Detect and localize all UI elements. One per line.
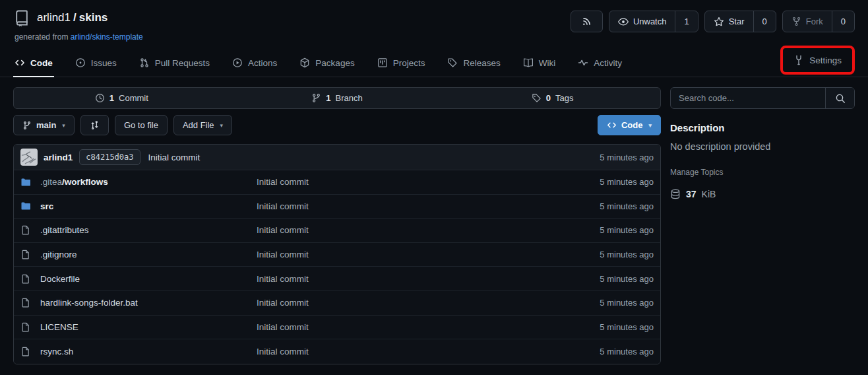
- tab-wiki[interactable]: Wiki: [522, 49, 557, 77]
- tab-issues[interactable]: Issues: [74, 49, 118, 77]
- commits-count: 1: [109, 93, 114, 103]
- chevron-down-icon: ▾: [648, 122, 652, 129]
- settings-annotation-box: Settings: [780, 46, 855, 75]
- repo-size: 37 KiB: [670, 189, 855, 199]
- file-commit-message[interactable]: Initial commit: [257, 250, 568, 259]
- table-row: .gitea/workflows Initial commit 5 minute…: [14, 170, 660, 195]
- commit-message[interactable]: Initial commit: [148, 153, 201, 162]
- file-link[interactable]: rsync.sh: [40, 347, 257, 357]
- fork-button[interactable]: Fork: [783, 11, 832, 32]
- manage-topics-link[interactable]: Manage Topics: [670, 168, 855, 177]
- search-button[interactable]: [825, 88, 854, 108]
- commit-time: 5 minutes ago: [600, 153, 654, 162]
- file-link[interactable]: Dockerfile: [40, 274, 257, 284]
- watchers-count[interactable]: 1: [675, 11, 697, 32]
- code-search-box: [670, 87, 855, 109]
- file-link[interactable]: .gitignore: [40, 250, 257, 259]
- table-row: .gitattributes Initial commit 5 minutes …: [14, 219, 660, 243]
- file-commit-message[interactable]: Initial commit: [257, 347, 568, 357]
- file-icon: [20, 274, 30, 284]
- size-value: 37: [686, 189, 697, 199]
- file-base: LICENSE: [40, 322, 78, 332]
- branch-icon: [311, 93, 321, 103]
- main-content: 1 Commit 1 Branch 0: [0, 77, 868, 364]
- go-to-file-label: Go to file: [124, 120, 158, 130]
- tab-pull-requests[interactable]: Pull Requests: [138, 49, 211, 77]
- branch-selector[interactable]: main ▾: [13, 115, 75, 135]
- go-to-file-button[interactable]: Go to file: [115, 115, 168, 135]
- description-title: Description: [670, 122, 855, 133]
- compare-button[interactable]: [80, 115, 109, 135]
- watch-button-group: Unwatch 1: [609, 11, 698, 32]
- avatar[interactable]: [20, 149, 38, 166]
- add-file-label: Add File: [183, 120, 214, 130]
- unwatch-label: Unwatch: [633, 17, 667, 26]
- file-commit-message[interactable]: Initial commit: [257, 274, 568, 284]
- file-link[interactable]: src: [40, 201, 257, 211]
- tag-icon: [532, 93, 542, 103]
- file-link[interactable]: .gitattributes: [40, 225, 257, 235]
- repo-name-link[interactable]: skins: [79, 11, 108, 24]
- file-commit-message[interactable]: Initial commit: [257, 177, 568, 187]
- table-row: hardlink-songs-folder.bat Initial commit…: [14, 291, 660, 316]
- code-download-button[interactable]: Code ▾: [598, 115, 661, 135]
- page-title: arlind1/skins: [37, 11, 108, 24]
- forks-count[interactable]: 0: [832, 11, 854, 32]
- file-commit-message[interactable]: Initial commit: [257, 201, 568, 211]
- repo-header: arlind1/skins generated from arlind/skin…: [0, 0, 868, 42]
- file-base: src: [40, 201, 53, 211]
- repo-owner-link[interactable]: arlind1: [37, 11, 71, 24]
- file-link[interactable]: hardlink-songs-folder.bat: [40, 298, 257, 308]
- tab-packages[interactable]: Packages: [298, 49, 356, 77]
- branches-stat[interactable]: 1 Branch: [230, 88, 445, 108]
- tab-code[interactable]: Code: [13, 49, 54, 77]
- branches-label: Branch: [336, 93, 363, 103]
- file-base: rsync.sh: [40, 347, 73, 357]
- code-icon: [15, 57, 25, 68]
- commit-author[interactable]: arlind1: [44, 153, 73, 162]
- settings-tool-icon: [793, 55, 804, 65]
- star-icon: [714, 17, 724, 27]
- code-button-label: Code: [621, 120, 643, 130]
- star-label: Star: [729, 17, 745, 26]
- template-repo-link[interactable]: arlind/skins-template: [71, 32, 143, 42]
- tab-actions[interactable]: Actions: [231, 49, 278, 77]
- file-link[interactable]: .gitea/workflows: [40, 177, 257, 187]
- title-separator: /: [73, 11, 77, 24]
- file-commit-time: 5 minutes ago: [568, 274, 654, 284]
- table-row: src Initial commit 5 minutes ago: [14, 195, 660, 219]
- commit-hash-badge[interactable]: c84215d0a3: [79, 149, 140, 165]
- add-file-button[interactable]: Add File ▾: [173, 115, 232, 135]
- star-button[interactable]: Star: [705, 11, 753, 32]
- package-icon: [299, 57, 310, 68]
- tab-issues-label: Issues: [91, 58, 117, 68]
- tab-settings-label: Settings: [809, 55, 842, 65]
- tab-projects[interactable]: Projects: [376, 49, 427, 77]
- commits-stat[interactable]: 1 Commit: [14, 88, 230, 108]
- file-link[interactable]: LICENSE: [40, 322, 257, 332]
- tags-stat[interactable]: 0 Tags: [445, 88, 660, 108]
- file-commit-time: 5 minutes ago: [568, 322, 654, 332]
- file-commit-time: 5 minutes ago: [568, 225, 654, 235]
- stars-count[interactable]: 0: [753, 11, 776, 32]
- repo-template-icon: [13, 9, 30, 26]
- tag-icon: [447, 57, 458, 68]
- file-commit-time: 5 minutes ago: [568, 177, 654, 187]
- unwatch-button[interactable]: Unwatch: [609, 11, 675, 32]
- file-commit-message[interactable]: Initial commit: [257, 298, 568, 308]
- file-commit-message[interactable]: Initial commit: [257, 225, 568, 235]
- search-input[interactable]: [671, 88, 825, 108]
- tab-releases[interactable]: Releases: [446, 49, 501, 77]
- tab-settings[interactable]: Settings: [792, 50, 843, 71]
- file-commit-message[interactable]: Initial commit: [257, 322, 568, 332]
- file-icon: [20, 298, 30, 308]
- branch-icon: [22, 121, 32, 130]
- repo-stats-bar: 1 Commit 1 Branch 0: [13, 87, 661, 109]
- file-base: hardlink-songs-folder.bat: [40, 298, 138, 308]
- tab-activity[interactable]: Activity: [576, 49, 623, 77]
- rss-button[interactable]: [571, 11, 602, 32]
- tab-wiki-label: Wiki: [539, 58, 556, 68]
- fork-button-group: Fork 0: [782, 11, 855, 32]
- database-icon: [670, 189, 681, 199]
- latest-commit-row: arlind1 c84215d0a3 Initial commit 5 minu…: [14, 145, 660, 170]
